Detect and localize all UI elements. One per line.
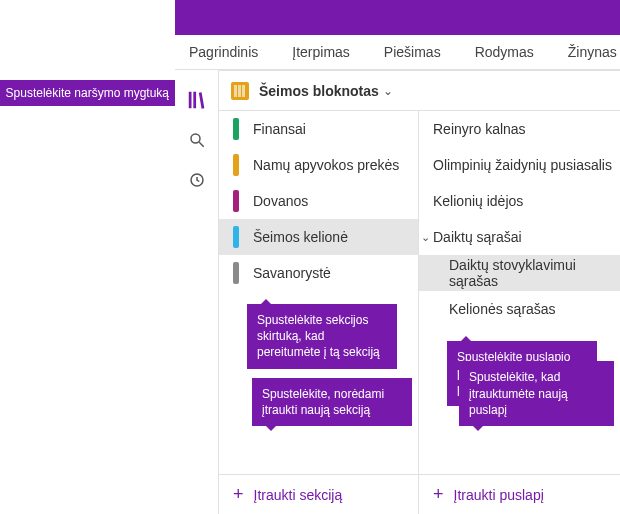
section-page-lists: Finansai Namų apyvokos prekės Dovanos Še…: [219, 111, 620, 474]
section-savanoryste[interactable]: Savanorystė: [219, 255, 418, 291]
section-label: Finansai: [253, 121, 306, 137]
section-seimos-kelione[interactable]: Šeimos kelionė: [219, 219, 418, 255]
page-label: Reinyro kalnas: [433, 121, 526, 137]
notebook-icon: [231, 82, 249, 100]
page-olimpiniu-pusiasalis[interactable]: Olimpinių žaidynių pusiasalis: [419, 147, 620, 183]
library-icon: [186, 89, 208, 111]
ribbon-tab-insert[interactable]: Įterpimas: [292, 44, 350, 60]
section-finansai[interactable]: Finansai: [219, 111, 418, 147]
clock-icon: [188, 171, 206, 189]
chevron-down-icon: ⌄: [421, 231, 431, 244]
page-label: Daiktų stovyklavimui sąrašas: [449, 257, 620, 289]
page-keliones-sarasas[interactable]: Kelionės sąrašas: [419, 291, 620, 327]
coach-add-section-tip: Spustelėkite, norėdami įtraukti naują se…: [252, 378, 412, 426]
svg-point-0: [191, 134, 200, 143]
ribbon-tab-draw[interactable]: Piešimas: [384, 44, 441, 60]
coach-add-page-tip: Spustelėkite, kad įtrauktumėte naują pus…: [459, 361, 614, 426]
chevron-down-icon: ⌄: [383, 84, 393, 98]
coach-nav-button-tip: Spustelėkite naršymo mygtuką: [0, 80, 175, 106]
page-daiktu-stovyklavimui[interactable]: Daiktų stovyklavimui sąrašas: [419, 255, 620, 291]
page-daiktu-sarasai[interactable]: ⌄ Daiktų sąrašai: [419, 219, 620, 255]
svg-line-1: [199, 142, 204, 147]
section-color-swatch: [233, 262, 239, 284]
page-label: Kelionių idėjos: [433, 193, 523, 209]
plus-icon: +: [433, 484, 444, 505]
sections-list: Finansai Namų apyvokos prekės Dovanos Še…: [219, 111, 419, 474]
nav-search-button[interactable]: [175, 120, 219, 160]
list-footer: + Įtraukti sekciją + Įtraukti puslapį: [219, 474, 620, 514]
section-label: Savanorystė: [253, 265, 331, 281]
titlebar-left-blank: [0, 0, 175, 35]
ribbon-tab-home[interactable]: Pagrindinis: [189, 44, 258, 60]
section-dovanos[interactable]: Dovanos: [219, 183, 418, 219]
section-color-swatch: [233, 118, 239, 140]
ribbon-tabs: Pagrindinis Įterpimas Piešimas Rodymas Ž…: [175, 35, 620, 70]
ribbon-tab-view[interactable]: Rodymas: [475, 44, 534, 60]
section-label: Šeimos kelionė: [253, 229, 348, 245]
page-kelioniu-idejos[interactable]: Kelionių idėjos: [419, 183, 620, 219]
pages-list: Reinyro kalnas Olimpinių žaidynių pusias…: [419, 111, 620, 474]
nav-rail: [175, 70, 219, 514]
section-color-swatch: [233, 226, 239, 248]
main-panel: Šeimos bloknotas ⌄ Finansai Namų apyvoko…: [219, 70, 620, 514]
ribbon-tab-help[interactable]: Žinynas: [568, 44, 617, 60]
add-section-label: Įtraukti sekciją: [254, 487, 343, 503]
section-color-swatch: [233, 190, 239, 212]
page-reinyro-kalnas[interactable]: Reinyro kalnas: [419, 111, 620, 147]
page-label: Daiktų sąrašai: [433, 229, 522, 245]
section-namu-apyvokos[interactable]: Namų apyvokos prekės: [219, 147, 418, 183]
page-label: Olimpinių žaidynių pusiasalis: [433, 157, 612, 173]
section-color-swatch: [233, 154, 239, 176]
notebook-name: Šeimos bloknotas: [259, 83, 379, 99]
add-page-button[interactable]: + Įtraukti puslapį: [419, 475, 620, 514]
coach-section-tip: Spustelėkite sekcijos skirtuką, kad pere…: [247, 304, 397, 369]
add-page-label: Įtraukti puslapį: [454, 487, 544, 503]
titlebar: [0, 0, 620, 35]
notebook-picker[interactable]: Šeimos bloknotas ⌄: [219, 71, 620, 111]
plus-icon: +: [233, 484, 244, 505]
section-label: Dovanos: [253, 193, 308, 209]
search-icon: [188, 131, 206, 149]
nav-notebooks-button[interactable]: [175, 80, 219, 120]
section-label: Namų apyvokos prekės: [253, 157, 399, 173]
nav-recent-button[interactable]: [175, 160, 219, 200]
page-label: Kelionės sąrašas: [449, 301, 556, 317]
add-section-button[interactable]: + Įtraukti sekciją: [219, 475, 419, 514]
